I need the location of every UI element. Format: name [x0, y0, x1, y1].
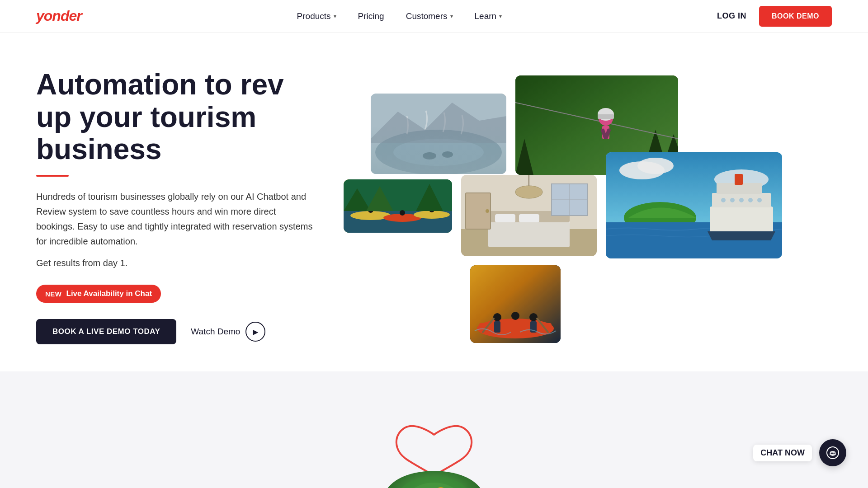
svg-point-1	[375, 130, 502, 174]
chat-now-label: CHAT NOW	[753, 445, 812, 461]
nav-links: Products ▾ Pricing Customers ▾ Learn ▾	[297, 11, 502, 21]
hero-section: Automation to rev up your tourism busine…	[0, 33, 868, 371]
svg-rect-62	[530, 321, 537, 333]
svg-point-19	[368, 207, 373, 213]
chat-now-button[interactable]	[819, 439, 846, 466]
svg-rect-56	[479, 323, 552, 332]
svg-point-12	[598, 108, 614, 121]
svg-point-21	[429, 207, 434, 212]
badge-new-label: NEW	[45, 290, 62, 298]
svg-rect-29	[488, 222, 570, 247]
nav-products[interactable]: Products ▾	[297, 11, 336, 21]
image-collage	[344, 75, 832, 338]
chevron-down-icon: ▾	[450, 13, 453, 19]
svg-rect-0	[371, 94, 506, 174]
chevron-down-icon: ▾	[499, 13, 502, 19]
svg-rect-11	[604, 128, 611, 140]
svg-point-72	[832, 453, 834, 454]
svg-rect-35	[466, 193, 491, 229]
hero-divider	[36, 175, 69, 177]
book-demo-hero-button[interactable]: BOOK A LIVE DEMO TODAY	[36, 319, 176, 344]
svg-point-39	[619, 161, 665, 179]
svg-rect-23	[461, 175, 597, 229]
svg-rect-45	[712, 193, 771, 207]
svg-rect-53	[470, 265, 561, 343]
adventure-image	[470, 265, 561, 343]
bottom-section	[0, 371, 868, 488]
svg-rect-38	[606, 152, 782, 225]
svg-point-3	[423, 152, 436, 160]
svg-rect-32	[552, 184, 588, 216]
svg-rect-58	[494, 321, 500, 333]
svg-point-40	[637, 158, 674, 174]
hero-images	[344, 75, 832, 338]
svg-rect-27	[495, 214, 515, 222]
cta-row: BOOK A LIVE DEMO TODAY Watch Demo ▶	[36, 319, 326, 344]
svg-point-41	[714, 169, 769, 189]
logo[interactable]: yonder	[36, 8, 82, 24]
svg-rect-22	[461, 175, 597, 256]
kayak-image	[344, 179, 452, 233]
book-demo-nav-button[interactable]: BOOK DEMO	[759, 6, 832, 27]
bedroom-image	[461, 175, 597, 256]
svg-point-49	[739, 198, 744, 202]
svg-point-36	[486, 209, 489, 213]
hero-title: Automation to rev up your tourism busine…	[36, 69, 326, 166]
nav-learn[interactable]: Learn ▾	[475, 11, 502, 21]
svg-point-71	[831, 453, 832, 454]
live-availability-badge[interactable]: NEW Live Availability in Chat	[36, 285, 161, 303]
svg-rect-26	[488, 211, 570, 222]
svg-line-63	[483, 319, 494, 332]
svg-rect-28	[519, 214, 539, 222]
svg-point-47	[721, 198, 726, 202]
svg-rect-10	[600, 128, 608, 140]
hero-description: Hundreds of tourism businesses globally …	[36, 189, 316, 249]
svg-point-55	[477, 319, 554, 338]
svg-rect-60	[512, 320, 519, 331]
svg-point-16	[350, 211, 391, 220]
svg-rect-46	[717, 183, 762, 194]
svg-rect-14	[344, 179, 452, 233]
chat-icon	[826, 446, 839, 459]
watch-demo-label: Watch Demo	[191, 327, 240, 337]
svg-point-42	[624, 202, 696, 234]
hot-springs-image	[371, 94, 506, 174]
hero-sub-text: Get results from day 1.	[36, 258, 326, 268]
svg-line-64	[537, 319, 548, 332]
svg-rect-25	[488, 211, 570, 247]
svg-point-59	[511, 312, 519, 320]
svg-point-18	[414, 211, 450, 219]
svg-point-73	[834, 453, 835, 454]
watch-demo-link[interactable]: Watch Demo ▶	[191, 322, 265, 342]
svg-rect-52	[735, 174, 743, 185]
svg-point-50	[748, 198, 753, 202]
chat-widget: CHAT NOW	[753, 439, 846, 466]
svg-point-61	[529, 313, 538, 321]
login-button[interactable]: LOG IN	[717, 11, 746, 21]
svg-point-48	[730, 198, 735, 202]
svg-point-31	[515, 186, 542, 198]
svg-rect-44	[710, 206, 773, 234]
hero-content: Automation to rev up your tourism busine…	[36, 69, 344, 344]
svg-point-51	[757, 198, 762, 202]
nav-actions: LOG IN BOOK DEMO	[717, 6, 832, 27]
svg-point-8	[599, 111, 613, 126]
bottom-illustration	[366, 408, 502, 488]
svg-rect-43	[606, 222, 782, 258]
svg-point-57	[493, 313, 501, 321]
cruise-image	[606, 152, 782, 258]
nav-customers[interactable]: Customers ▾	[406, 11, 453, 21]
chevron-down-icon: ▾	[334, 13, 336, 19]
svg-rect-13	[598, 114, 614, 119]
nav-pricing[interactable]: Pricing	[358, 11, 384, 21]
svg-point-2	[393, 139, 484, 166]
svg-point-20	[400, 210, 405, 216]
svg-rect-54	[470, 265, 561, 343]
navigation: yonder Products ▾ Pricing Customers ▾ Le…	[0, 0, 868, 33]
svg-rect-24	[461, 229, 597, 256]
badge-text: Live Availability in Chat	[66, 289, 152, 298]
svg-rect-15	[344, 211, 452, 233]
svg-rect-9	[602, 126, 609, 139]
svg-point-4	[442, 151, 453, 158]
svg-point-17	[383, 214, 421, 222]
